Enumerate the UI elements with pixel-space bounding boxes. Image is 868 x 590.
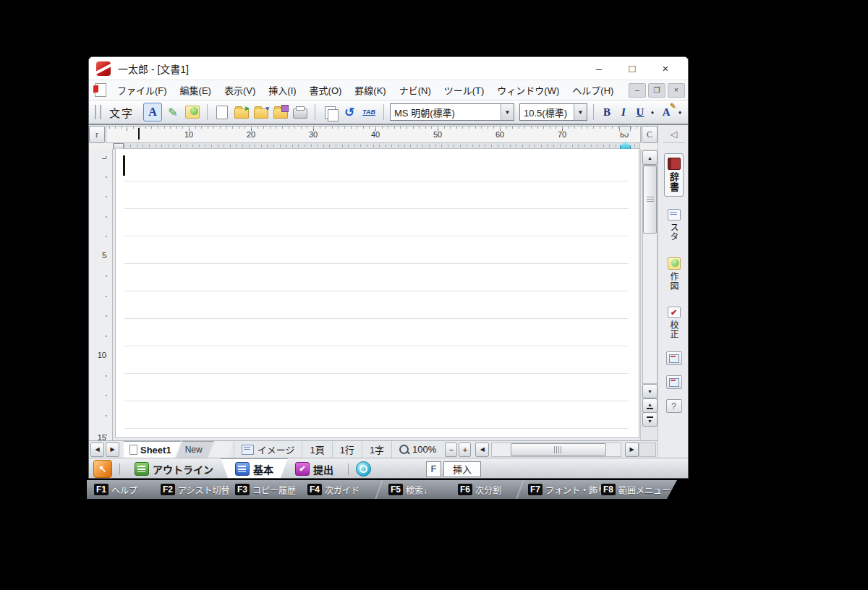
palette-label: 文字 — [109, 105, 134, 120]
fkey-f6[interactable]: F6次分割 — [458, 480, 501, 499]
insert-mode-button[interactable]: 挿入 — [443, 461, 481, 477]
object-icon — [185, 106, 200, 119]
decoration-dropdown[interactable]: ♦ — [678, 109, 681, 116]
horizontal-scroll-track[interactable] — [491, 442, 621, 457]
menu-item-help[interactable]: ヘルプ(H) — [566, 80, 620, 100]
scroll-down-button[interactable]: ▼ — [642, 384, 658, 398]
menu-item-navi[interactable]: ナビ(N) — [393, 80, 438, 100]
menu-item-tools[interactable]: ツール(T) — [438, 80, 491, 100]
chevron-down-icon[interactable]: ▼ — [501, 104, 514, 120]
toolbar-grip[interactable] — [95, 105, 101, 119]
view-mode-cell[interactable]: イメージ — [234, 441, 302, 458]
sidebar-panel-button-1[interactable] — [666, 351, 682, 365]
vertical-ruler[interactable]: – 5 10 15 — [89, 149, 113, 440]
vruler-number: 15 — [89, 433, 106, 440]
search-icon[interactable] — [356, 461, 371, 476]
char-palette-button[interactable]: A — [143, 103, 162, 121]
previous-page-button[interactable]: ▲ — [642, 398, 658, 413]
save-button[interactable] — [272, 103, 289, 121]
italic-button[interactable]: I — [616, 106, 631, 119]
draw-palette-button[interactable]: ✎ — [164, 103, 182, 121]
esc-menu-button[interactable]: ↖ — [93, 460, 112, 478]
vertical-scrollbar[interactable]: ▲ ▼ ▲ ▼ — [640, 149, 658, 440]
horizontal-ruler[interactable]: 10 20 30 40 50 60 70 80 — [106, 126, 641, 143]
sheet-prev-button[interactable]: ◀ — [90, 442, 104, 457]
zoom-cell[interactable]: 100% — [391, 441, 443, 458]
sidebar-collapse-button[interactable]: ◁ — [663, 125, 685, 143]
fkey-f1[interactable]: F1ヘルプ — [94, 480, 137, 499]
toolbar: 文字 A ✎ ➤ ▾ ↺ TAB MS 明朝(標準) ▼ 10.5(標準) ▼ — [89, 101, 689, 125]
fkey-f4[interactable]: F4次ガイド — [307, 480, 359, 499]
tab-outline[interactable]: アウトライン — [127, 458, 221, 479]
fkey-f2[interactable]: F2アシスト切替 — [161, 480, 230, 499]
insert-palette-button[interactable] — [184, 103, 201, 121]
folder-down-icon: ▾ — [254, 108, 268, 119]
zoom-in-button[interactable]: + — [459, 442, 471, 457]
fkey-f7[interactable]: F7フォント・飾り — [528, 480, 606, 499]
zoom-out-button[interactable]: − — [445, 442, 457, 457]
doc-restore-button[interactable]: ❐ — [648, 83, 665, 98]
title-bar[interactable]: 一太郎 - [文書1] – □ × — [89, 57, 689, 80]
insert-mode-key[interactable]: F — [426, 461, 441, 477]
bold-button[interactable]: B — [600, 106, 614, 119]
tab-basic[interactable]: 基本 — [221, 458, 288, 479]
ruler-right-button[interactable]: C — [642, 126, 658, 143]
sidebar-item-drawing[interactable]: 作図 — [665, 254, 683, 294]
scroll-up-button[interactable]: ▲ — [642, 150, 658, 165]
sidebar-item-proofread[interactable]: ✔ 校正 — [665, 303, 683, 343]
copy-format-button[interactable] — [321, 103, 339, 121]
menu-item-border[interactable]: 罫線(K) — [348, 80, 392, 100]
menu-item-format[interactable]: 書式(O) — [303, 80, 349, 100]
open-button[interactable]: ➤ — [233, 103, 250, 121]
scroll-right-button[interactable]: ▶ — [625, 442, 639, 457]
margin-slider-strip[interactable] — [113, 142, 640, 149]
undo-icon: ↺ — [344, 105, 354, 120]
new-document-button[interactable] — [213, 103, 231, 121]
vertical-scroll-thumb[interactable] — [643, 166, 657, 234]
minimize-button[interactable]: – — [582, 58, 616, 80]
underline-dropdown[interactable]: ♦ — [651, 109, 654, 116]
horizontal-scroll-thumb[interactable] — [511, 443, 606, 456]
sheet-tab-active[interactable]: Sheet1 — [124, 441, 182, 458]
close-button[interactable]: × — [649, 58, 682, 80]
menu-item-view[interactable]: 表示(V) — [218, 80, 262, 100]
tab-button[interactable]: TAB — [360, 103, 378, 121]
function-key-bar: F1ヘルプ F2アシスト切替 F3コピー履歴 F4次ガイド F5検索↓ F6次分… — [87, 480, 677, 499]
font-size-select[interactable]: 10.5(標準) ▼ — [519, 103, 587, 121]
document-page[interactable] — [115, 149, 639, 438]
panel-icon — [669, 354, 679, 363]
up-arrow-icon: ▲ — [647, 155, 652, 161]
sidebar-item-dictionary[interactable]: 辞書 — [664, 153, 684, 197]
ruler-number: 60 — [489, 130, 511, 139]
sidebar-item-style[interactable]: スタ — [665, 205, 683, 245]
menu-item-window[interactable]: ウィンドウ(W) — [490, 80, 566, 100]
vertical-scroll-track[interactable] — [642, 165, 658, 384]
menu-item-edit[interactable]: 編集(E) — [174, 80, 218, 100]
font-decoration-button[interactable]: A — [658, 103, 675, 121]
doc-close-button[interactable]: × — [668, 83, 685, 98]
fkey-f5[interactable]: F5検索↓ — [388, 480, 427, 499]
maximize-button[interactable]: □ — [616, 58, 649, 80]
scroll-left-button[interactable]: ◀ — [475, 442, 489, 457]
sheet-next-button[interactable]: ▶ — [106, 442, 119, 457]
menu-item-file[interactable]: ファイル(F) — [111, 80, 174, 100]
undo-button[interactable]: ↺ — [341, 103, 358, 121]
font-name-select[interactable]: MS 明朝(標準) ▼ — [390, 103, 514, 121]
doc-minimize-button[interactable]: – — [629, 83, 646, 98]
sidebar-help-button[interactable]: ? — [666, 399, 682, 413]
fkey-f3[interactable]: F3コピー履歴 — [235, 480, 296, 499]
next-page-button[interactable]: ▼ — [642, 412, 658, 427]
sheet-tab-new[interactable]: New — [176, 441, 214, 458]
menu-item-insert[interactable]: 挿入(I) — [262, 80, 302, 100]
ruler-left-button[interactable]: r — [89, 126, 105, 143]
open-folder-icon: ➤ — [234, 108, 249, 119]
underline-button[interactable]: U — [633, 106, 647, 119]
chevron-down-icon[interactable]: ▼ — [574, 104, 587, 120]
ruler-number: 50 — [427, 130, 448, 139]
open-recent-button[interactable]: ▾ — [252, 103, 270, 121]
proofread-check-icon: ✔ — [668, 307, 681, 318]
fkey-f8[interactable]: F8範囲メニュー — [601, 480, 671, 499]
tab-submit[interactable]: ✔ 提出 — [288, 458, 341, 479]
sidebar-panel-button-2[interactable] — [666, 375, 682, 389]
print-button[interactable] — [292, 103, 309, 121]
